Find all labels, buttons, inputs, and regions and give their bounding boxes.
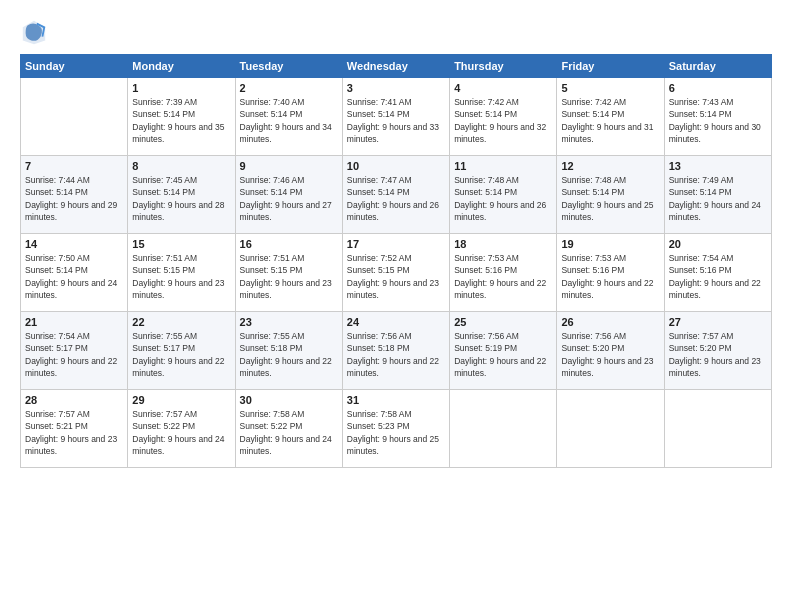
day-cell: 15Sunrise: 7:51 AMSunset: 5:15 PMDayligh… <box>128 234 235 312</box>
day-cell: 21Sunrise: 7:54 AMSunset: 5:17 PMDayligh… <box>21 312 128 390</box>
day-info: Sunrise: 7:42 AMSunset: 5:14 PMDaylight:… <box>561 96 659 145</box>
day-info: Sunrise: 7:48 AMSunset: 5:14 PMDaylight:… <box>454 174 552 223</box>
day-cell <box>450 390 557 468</box>
day-number: 12 <box>561 160 659 172</box>
day-info: Sunrise: 7:48 AMSunset: 5:14 PMDaylight:… <box>561 174 659 223</box>
day-number: 18 <box>454 238 552 250</box>
day-number: 10 <box>347 160 445 172</box>
day-info: Sunrise: 7:46 AMSunset: 5:14 PMDaylight:… <box>240 174 338 223</box>
day-info: Sunrise: 7:55 AMSunset: 5:17 PMDaylight:… <box>132 330 230 379</box>
day-number: 22 <box>132 316 230 328</box>
day-number: 2 <box>240 82 338 94</box>
col-header-tuesday: Tuesday <box>235 55 342 78</box>
day-cell: 11Sunrise: 7:48 AMSunset: 5:14 PMDayligh… <box>450 156 557 234</box>
day-info: Sunrise: 7:56 AMSunset: 5:18 PMDaylight:… <box>347 330 445 379</box>
day-info: Sunrise: 7:57 AMSunset: 5:22 PMDaylight:… <box>132 408 230 457</box>
day-info: Sunrise: 7:50 AMSunset: 5:14 PMDaylight:… <box>25 252 123 301</box>
day-cell: 10Sunrise: 7:47 AMSunset: 5:14 PMDayligh… <box>342 156 449 234</box>
day-info: Sunrise: 7:55 AMSunset: 5:18 PMDaylight:… <box>240 330 338 379</box>
day-number: 28 <box>25 394 123 406</box>
col-header-saturday: Saturday <box>664 55 771 78</box>
calendar-table: SundayMondayTuesdayWednesdayThursdayFrid… <box>20 54 772 468</box>
day-cell: 24Sunrise: 7:56 AMSunset: 5:18 PMDayligh… <box>342 312 449 390</box>
day-info: Sunrise: 7:56 AMSunset: 5:19 PMDaylight:… <box>454 330 552 379</box>
day-info: Sunrise: 7:45 AMSunset: 5:14 PMDaylight:… <box>132 174 230 223</box>
day-info: Sunrise: 7:57 AMSunset: 5:20 PMDaylight:… <box>669 330 767 379</box>
day-info: Sunrise: 7:47 AMSunset: 5:14 PMDaylight:… <box>347 174 445 223</box>
day-number: 13 <box>669 160 767 172</box>
week-row-5: 28Sunrise: 7:57 AMSunset: 5:21 PMDayligh… <box>21 390 772 468</box>
day-info: Sunrise: 7:52 AMSunset: 5:15 PMDaylight:… <box>347 252 445 301</box>
day-number: 8 <box>132 160 230 172</box>
day-info: Sunrise: 7:43 AMSunset: 5:14 PMDaylight:… <box>669 96 767 145</box>
day-cell: 29Sunrise: 7:57 AMSunset: 5:22 PMDayligh… <box>128 390 235 468</box>
day-cell: 2Sunrise: 7:40 AMSunset: 5:14 PMDaylight… <box>235 78 342 156</box>
day-number: 24 <box>347 316 445 328</box>
day-cell: 6Sunrise: 7:43 AMSunset: 5:14 PMDaylight… <box>664 78 771 156</box>
day-number: 17 <box>347 238 445 250</box>
day-info: Sunrise: 7:51 AMSunset: 5:15 PMDaylight:… <box>240 252 338 301</box>
col-header-sunday: Sunday <box>21 55 128 78</box>
day-info: Sunrise: 7:51 AMSunset: 5:15 PMDaylight:… <box>132 252 230 301</box>
day-info: Sunrise: 7:41 AMSunset: 5:14 PMDaylight:… <box>347 96 445 145</box>
day-cell: 17Sunrise: 7:52 AMSunset: 5:15 PMDayligh… <box>342 234 449 312</box>
day-cell: 7Sunrise: 7:44 AMSunset: 5:14 PMDaylight… <box>21 156 128 234</box>
day-cell: 31Sunrise: 7:58 AMSunset: 5:23 PMDayligh… <box>342 390 449 468</box>
day-cell: 22Sunrise: 7:55 AMSunset: 5:17 PMDayligh… <box>128 312 235 390</box>
day-number: 11 <box>454 160 552 172</box>
day-cell: 18Sunrise: 7:53 AMSunset: 5:16 PMDayligh… <box>450 234 557 312</box>
day-number: 27 <box>669 316 767 328</box>
day-cell: 16Sunrise: 7:51 AMSunset: 5:15 PMDayligh… <box>235 234 342 312</box>
week-row-2: 7Sunrise: 7:44 AMSunset: 5:14 PMDaylight… <box>21 156 772 234</box>
day-info: Sunrise: 7:57 AMSunset: 5:21 PMDaylight:… <box>25 408 123 457</box>
header <box>20 18 772 46</box>
week-row-4: 21Sunrise: 7:54 AMSunset: 5:17 PMDayligh… <box>21 312 772 390</box>
day-cell: 1Sunrise: 7:39 AMSunset: 5:14 PMDaylight… <box>128 78 235 156</box>
day-cell: 26Sunrise: 7:56 AMSunset: 5:20 PMDayligh… <box>557 312 664 390</box>
col-header-thursday: Thursday <box>450 55 557 78</box>
header-row: SundayMondayTuesdayWednesdayThursdayFrid… <box>21 55 772 78</box>
day-number: 23 <box>240 316 338 328</box>
day-info: Sunrise: 7:39 AMSunset: 5:14 PMDaylight:… <box>132 96 230 145</box>
day-cell: 13Sunrise: 7:49 AMSunset: 5:14 PMDayligh… <box>664 156 771 234</box>
day-cell: 28Sunrise: 7:57 AMSunset: 5:21 PMDayligh… <box>21 390 128 468</box>
week-row-3: 14Sunrise: 7:50 AMSunset: 5:14 PMDayligh… <box>21 234 772 312</box>
day-cell <box>664 390 771 468</box>
day-cell: 19Sunrise: 7:53 AMSunset: 5:16 PMDayligh… <box>557 234 664 312</box>
day-number: 25 <box>454 316 552 328</box>
day-cell: 12Sunrise: 7:48 AMSunset: 5:14 PMDayligh… <box>557 156 664 234</box>
day-info: Sunrise: 7:54 AMSunset: 5:16 PMDaylight:… <box>669 252 767 301</box>
day-cell: 8Sunrise: 7:45 AMSunset: 5:14 PMDaylight… <box>128 156 235 234</box>
logo-icon <box>20 18 48 46</box>
day-number: 14 <box>25 238 123 250</box>
day-number: 7 <box>25 160 123 172</box>
day-number: 9 <box>240 160 338 172</box>
day-cell: 14Sunrise: 7:50 AMSunset: 5:14 PMDayligh… <box>21 234 128 312</box>
week-row-1: 1Sunrise: 7:39 AMSunset: 5:14 PMDaylight… <box>21 78 772 156</box>
day-number: 15 <box>132 238 230 250</box>
day-info: Sunrise: 7:58 AMSunset: 5:23 PMDaylight:… <box>347 408 445 457</box>
day-info: Sunrise: 7:53 AMSunset: 5:16 PMDaylight:… <box>454 252 552 301</box>
day-number: 6 <box>669 82 767 94</box>
day-cell: 9Sunrise: 7:46 AMSunset: 5:14 PMDaylight… <box>235 156 342 234</box>
day-info: Sunrise: 7:53 AMSunset: 5:16 PMDaylight:… <box>561 252 659 301</box>
day-cell: 20Sunrise: 7:54 AMSunset: 5:16 PMDayligh… <box>664 234 771 312</box>
day-number: 26 <box>561 316 659 328</box>
day-info: Sunrise: 7:56 AMSunset: 5:20 PMDaylight:… <box>561 330 659 379</box>
day-info: Sunrise: 7:40 AMSunset: 5:14 PMDaylight:… <box>240 96 338 145</box>
day-info: Sunrise: 7:44 AMSunset: 5:14 PMDaylight:… <box>25 174 123 223</box>
day-info: Sunrise: 7:58 AMSunset: 5:22 PMDaylight:… <box>240 408 338 457</box>
day-number: 20 <box>669 238 767 250</box>
col-header-wednesday: Wednesday <box>342 55 449 78</box>
day-cell <box>21 78 128 156</box>
day-number: 1 <box>132 82 230 94</box>
day-number: 31 <box>347 394 445 406</box>
page: SundayMondayTuesdayWednesdayThursdayFrid… <box>0 0 792 612</box>
day-cell: 4Sunrise: 7:42 AMSunset: 5:14 PMDaylight… <box>450 78 557 156</box>
day-cell: 23Sunrise: 7:55 AMSunset: 5:18 PMDayligh… <box>235 312 342 390</box>
day-cell: 30Sunrise: 7:58 AMSunset: 5:22 PMDayligh… <box>235 390 342 468</box>
day-number: 29 <box>132 394 230 406</box>
day-number: 3 <box>347 82 445 94</box>
day-number: 21 <box>25 316 123 328</box>
day-number: 30 <box>240 394 338 406</box>
